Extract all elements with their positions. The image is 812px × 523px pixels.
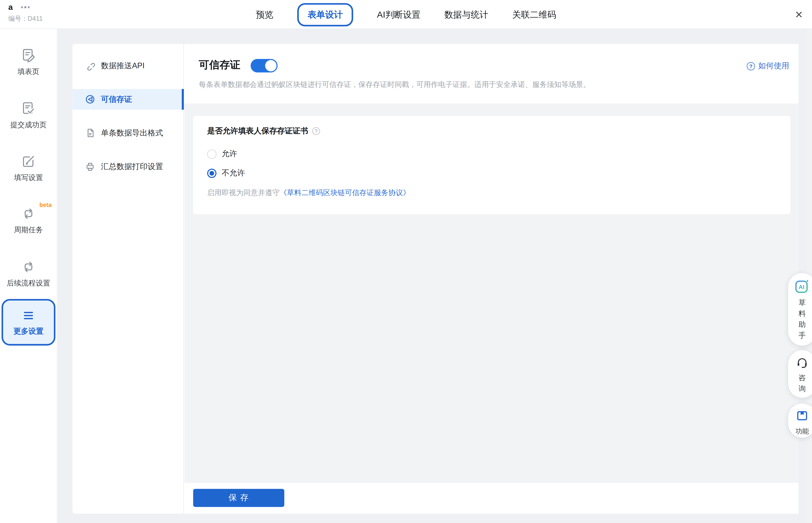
features-label: 功能 <box>788 426 812 436</box>
ai-assistant-icon: AI <box>788 279 812 294</box>
agreement-prefix: 启用即视为同意并遵守 <box>207 188 279 197</box>
sidebar-item-periodic-tasks[interactable]: beta 周期任务 <box>0 206 57 234</box>
how-to-use-link[interactable]: ? 如何使用 <box>747 61 789 71</box>
tab-form-design[interactable]: 表单设计 <box>297 3 353 26</box>
consult-label: 咨询 <box>798 372 806 394</box>
submenu-item-data-push-api[interactable]: 数据推送API <box>72 55 183 76</box>
app-window: a 编号：D411 预览 表单设计 AI判断设置 数据与统计 关联二维码 × 填… <box>0 0 812 523</box>
sidebar-item-label: 提交成功页 <box>0 121 57 129</box>
form-info: a 编号：D411 <box>8 3 43 23</box>
settings-submenu: 数据推送API 可信存证 <box>72 44 184 514</box>
repeat-icon: beta <box>21 206 36 221</box>
square-edit-icon <box>21 154 36 169</box>
trusted-attestation-toggle[interactable] <box>250 59 277 73</box>
tab-data-statistics[interactable]: 数据与统计 <box>444 8 488 20</box>
help-icon[interactable]: ? <box>312 127 320 135</box>
doc-check-icon <box>21 101 36 116</box>
settings-body: 是否允许填表人保存存证证书 ? 允许 不允许 启用即视为同意并遵守《草料二维码区… <box>184 104 798 482</box>
sidebar-item-success-page[interactable]: 提交成功页 <box>0 101 57 129</box>
radio-option-disallow[interactable]: 不允许 <box>207 168 245 178</box>
question-label: 是否允许填表人保存存证证书 ? <box>207 126 320 136</box>
form-code: 编号：D411 <box>8 15 43 23</box>
tab-linked-qrcode[interactable]: 关联二维码 <box>512 8 556 20</box>
assistant-floating-button[interactable]: AI 草料助手 <box>788 273 812 345</box>
book-icon <box>788 409 812 423</box>
save-button[interactable]: 保 存 <box>193 489 284 507</box>
sidebar-item-more-settings[interactable]: 更多设置 <box>2 299 56 345</box>
submenu-item-trusted-attestation[interactable]: 可信存证 <box>72 89 183 110</box>
footer-bar: 保 存 <box>184 482 798 514</box>
question-circle-icon: ? <box>747 62 755 70</box>
radio-unselected-icon[interactable] <box>207 149 217 158</box>
page-title: 可信存证 <box>199 58 240 72</box>
sidebar-item-fill-page[interactable]: 填表页 <box>0 48 57 76</box>
main-panel: 数据推送API 可信存证 <box>72 44 798 514</box>
agreement-link[interactable]: 《草料二维码区块链可信存证服务协议》 <box>279 188 410 197</box>
doc-edit-icon <box>21 48 36 63</box>
sidebar-item-fill-settings[interactable]: 填写设置 <box>0 154 57 182</box>
features-floating-button[interactable]: 功能 <box>788 403 812 438</box>
sidebar-item-label: 填表页 <box>0 67 57 76</box>
how-to-use-label: 如何使用 <box>758 61 789 71</box>
repeat-icon <box>21 259 36 275</box>
submenu-item-summary-print-settings[interactable]: 汇总数据打印设置 <box>72 156 183 177</box>
left-sidebar: 填表页 提交成功页 填写设置 <box>0 29 57 523</box>
consult-floating-button[interactable]: 咨询 <box>788 350 812 398</box>
file-icon <box>85 128 95 138</box>
sidebar-item-label: 填写设置 <box>0 174 57 182</box>
tab-preview[interactable]: 预览 <box>256 8 273 20</box>
submenu-item-single-export-format[interactable]: 单条数据导出格式 <box>72 123 183 143</box>
sidebar-item-label: 后续流程设置 <box>0 279 57 288</box>
title-zone: 可信存证 ? 如何使用 每条表单数据都会通过蚂蚁区块链进行可信存证，保存存证时间… <box>184 44 798 104</box>
close-icon[interactable]: × <box>795 8 803 21</box>
radio-option-allow[interactable]: 允许 <box>207 149 237 159</box>
api-link-icon <box>85 60 95 71</box>
settings-content: 可信存证 ? 如何使用 每条表单数据都会通过蚂蚁区块链进行可信存证，保存存证时间… <box>184 44 798 514</box>
feature-description: 每条表单数据都会通过蚂蚁区块链进行可信存证，保存存证时间戳，可用作电子证据。适用… <box>199 80 778 89</box>
svg-text:AI: AI <box>799 284 805 290</box>
sidebar-item-followup-flow[interactable]: 后续流程设置 <box>0 259 57 288</box>
tab-ai-judge-settings[interactable]: AI判断设置 <box>377 8 420 20</box>
beta-badge: beta <box>39 202 52 208</box>
certificate-option-card: 是否允许填表人保存存证证书 ? 允许 不允许 启用即视为同意并遵守《草料二维码区… <box>193 116 790 214</box>
submenu-item-label: 可信存证 <box>101 94 132 104</box>
form-title: a <box>8 3 13 12</box>
printer-icon <box>85 162 95 172</box>
radio-selected-icon[interactable] <box>207 168 217 178</box>
headset-icon <box>788 356 812 369</box>
certificate-icon <box>85 94 95 104</box>
sidebar-item-label: 周期任务 <box>0 226 57 234</box>
submenu-item-label: 数据推送API <box>101 61 144 71</box>
sidebar-item-label: 更多设置 <box>3 326 54 336</box>
page-scrollbar[interactable] <box>807 0 812 523</box>
more-options-icon[interactable] <box>20 4 31 10</box>
menu-lines-icon <box>3 308 54 323</box>
submenu-item-label: 单条数据导出格式 <box>101 128 163 138</box>
top-header: a 编号：D411 预览 表单设计 AI判断设置 数据与统计 关联二维码 × <box>0 0 812 29</box>
header-tabs: 预览 表单设计 AI判断设置 数据与统计 关联二维码 <box>256 0 556 29</box>
assistant-label: 草料助手 <box>798 297 806 341</box>
submenu-item-label: 汇总数据打印设置 <box>101 162 163 172</box>
agreement-line: 启用即视为同意并遵守《草料二维码区块链可信存证服务协议》 <box>207 188 410 198</box>
